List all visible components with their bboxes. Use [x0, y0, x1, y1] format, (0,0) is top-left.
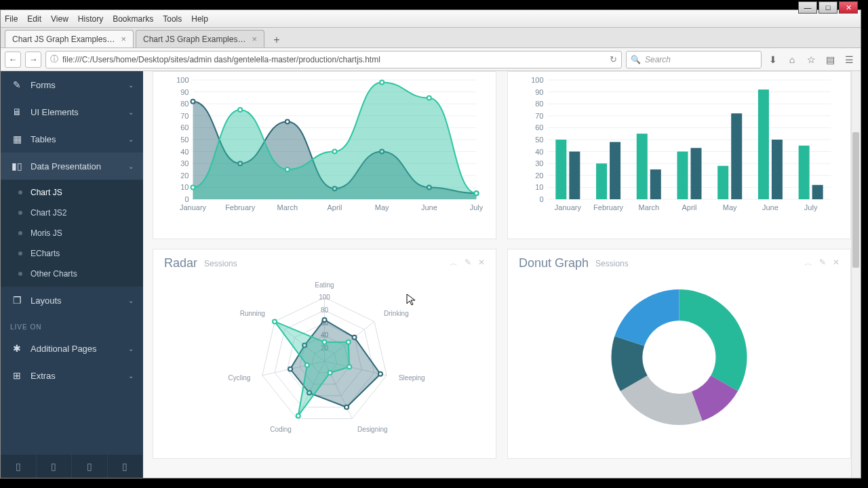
line-chart: 0102030405060708090100JanuaryFebruaryMar…: [164, 76, 485, 211]
menu-view[interactable]: View: [51, 14, 68, 24]
tab-label: Chart JS Graph Examples | Gent...: [12, 35, 117, 44]
edit-icon: ✎: [10, 79, 24, 90]
sidebar-sub-other[interactable]: Other Charts: [1, 264, 143, 284]
panel-settings-icon[interactable]: ✎: [819, 258, 826, 269]
svg-point-110: [288, 367, 292, 371]
menu-help[interactable]: Help: [191, 14, 208, 24]
search-input[interactable]: 🔍 Search: [626, 51, 762, 68]
library-icon[interactable]: ▤: [823, 52, 837, 67]
window-close-button[interactable]: ✕: [839, 1, 858, 14]
footer-logout-icon[interactable]: ▯: [108, 455, 144, 478]
svg-point-41: [427, 96, 431, 100]
sidebar-item-tables[interactable]: ▦ Tables ⌄: [1, 125, 143, 152]
svg-text:60: 60: [180, 123, 189, 131]
svg-text:April: April: [682, 203, 696, 211]
sidebar-sub-echarts[interactable]: ECharts: [1, 243, 143, 264]
footer-lock-icon[interactable]: ▯: [72, 455, 108, 478]
new-tab-button[interactable]: +: [269, 33, 284, 47]
scrollbar[interactable]: [851, 71, 861, 478]
hamburger-icon[interactable]: ☰: [842, 52, 856, 67]
page-viewport: ✎ Forms ⌄ 🖥 UI Elements ⌄ ▦ Tables ⌄ ▮▯ …: [1, 71, 861, 478]
svg-text:80: 80: [535, 100, 543, 108]
menu-history[interactable]: History: [78, 14, 103, 24]
svg-rect-78: [717, 166, 728, 199]
svg-text:February: February: [593, 203, 624, 211]
svg-text:Sleeping: Sleeping: [399, 374, 425, 382]
forward-button[interactable]: →: [25, 52, 41, 68]
svg-text:Coding: Coding: [270, 426, 292, 433]
svg-rect-69: [596, 163, 607, 199]
window-minimize-button[interactable]: —: [798, 1, 817, 14]
chevron-down-icon: ⌄: [128, 108, 134, 116]
panel-bar-chart: 0102030405060708090100JanuaryFebruaryMar…: [507, 71, 851, 239]
svg-text:40: 40: [535, 148, 543, 156]
panel-title: Radar: [164, 256, 197, 270]
sidebar-sub-moris[interactable]: Moris JS: [1, 223, 143, 243]
tab-close-icon[interactable]: ×: [252, 34, 257, 44]
panel-settings-icon[interactable]: ✎: [465, 258, 471, 269]
reload-icon[interactable]: ↻: [610, 54, 617, 64]
main-content: 0102030405060708090100JanuaryFebruaryMar…: [143, 71, 861, 478]
bookmark-icon[interactable]: ☆: [804, 52, 818, 67]
svg-text:10: 10: [180, 183, 189, 191]
svg-rect-70: [610, 142, 620, 199]
svg-text:June: June: [421, 203, 437, 211]
panel-close-icon[interactable]: ✕: [833, 258, 840, 269]
svg-rect-76: [691, 148, 702, 199]
url-input[interactable]: ⓘ file:///C:/Users/home/Desktop/sites/ad…: [45, 51, 622, 68]
svg-text:80: 80: [180, 100, 189, 108]
svg-rect-81: [758, 89, 769, 199]
svg-text:100: 100: [531, 76, 543, 84]
panel-subtitle: Sessions: [595, 259, 629, 268]
svg-point-105: [323, 318, 327, 322]
menu-bar: File Edit View History Bookmarks Tools H…: [1, 10, 861, 28]
svg-text:70: 70: [535, 112, 543, 120]
home-icon[interactable]: ⌂: [785, 52, 800, 67]
sidebar-submenu: Chart JS Chart JS2 Moris JS ECharts Othe…: [1, 180, 143, 287]
search-placeholder: Search: [645, 55, 671, 64]
tab-chartjs2[interactable]: Chart JS Graph Examples Part 2 ... ×: [136, 30, 264, 47]
sidebar-sub-chartjs[interactable]: Chart JS: [1, 182, 143, 203]
menu-edit[interactable]: Edit: [27, 14, 41, 24]
sidebar-item-ui[interactable]: 🖥 UI Elements ⌄: [1, 98, 143, 125]
svg-text:30: 30: [535, 159, 543, 167]
footer-settings-icon[interactable]: ▯: [1, 455, 37, 478]
scrollbar-thumb[interactable]: [852, 132, 859, 268]
sidebar-label: Additional Pages: [31, 344, 97, 354]
svg-point-36: [191, 185, 195, 189]
svg-point-116: [296, 413, 300, 418]
tab-chartjs[interactable]: Chart JS Graph Examples | Gent... ×: [5, 30, 134, 47]
menu-bookmarks[interactable]: Bookmarks: [113, 14, 153, 24]
panel-collapse-icon[interactable]: ︿: [804, 258, 812, 269]
globe-icon: ⓘ: [50, 54, 58, 65]
sidebar-item-extras[interactable]: ⊞ Extras ⌄: [1, 362, 143, 389]
svg-point-107: [378, 372, 382, 376]
menu-tools[interactable]: Tools: [163, 14, 182, 24]
sidebar-item-data-presentation[interactable]: ▮▯ Data Presentation ⌄: [1, 152, 143, 180]
sidebar-label: Tables: [31, 134, 56, 144]
svg-text:March: March: [639, 203, 660, 211]
svg-text:20: 20: [535, 171, 543, 180]
panel-collapse-icon[interactable]: ︿: [450, 258, 458, 269]
clone-icon: ❐: [10, 295, 24, 306]
svg-rect-84: [799, 146, 810, 199]
sidebar-item-layouts[interactable]: ❐ Layouts ⌄: [1, 287, 143, 314]
sidebar-item-additional[interactable]: ✱ Additional Pages ⌄: [1, 335, 143, 362]
downloads-icon[interactable]: ⬇: [766, 52, 781, 67]
menu-file[interactable]: File: [5, 14, 18, 24]
sidebar-item-forms[interactable]: ✎ Forms ⌄: [1, 71, 143, 98]
back-button[interactable]: ←: [5, 52, 21, 68]
sidebar-footer: ▯ ▯ ▯ ▯: [1, 455, 143, 478]
radar-chart: 20406080100EatingDrinkingSleepingDesigni…: [164, 276, 485, 439]
svg-text:Running: Running: [240, 310, 265, 317]
footer-fullscreen-icon[interactable]: ▯: [37, 455, 73, 478]
tab-close-icon[interactable]: ×: [121, 34, 126, 44]
window-maximize-button[interactable]: □: [818, 1, 837, 14]
svg-rect-82: [772, 140, 783, 199]
chevron-down-icon: ⌄: [128, 81, 134, 89]
svg-point-42: [475, 191, 479, 195]
sidebar-sub-chartjs2[interactable]: Chart JS2: [1, 203, 143, 223]
url-text: file:///C:/Users/home/Desktop/sites/admi…: [62, 55, 380, 64]
svg-text:70: 70: [180, 112, 189, 120]
panel-close-icon[interactable]: ✕: [478, 258, 485, 269]
